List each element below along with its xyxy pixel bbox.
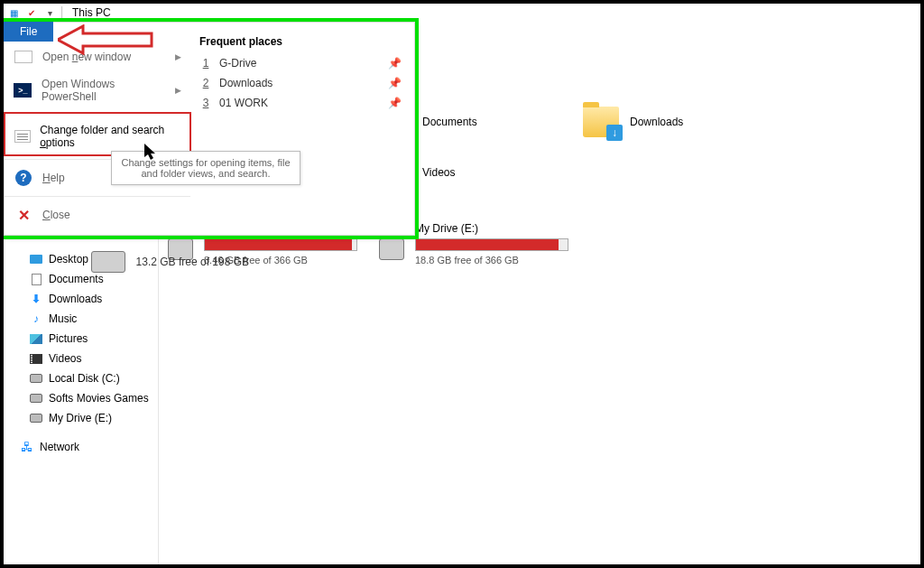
folder-icon	[583, 107, 619, 137]
folder-label: Documents	[422, 116, 477, 128]
tree-item-local-disk-c[interactable]: Local Disk (C:)	[4, 368, 158, 388]
frequent-label: Downloads	[219, 77, 273, 89]
frequent-index: 1	[199, 57, 212, 70]
drive-free-text: 13.2 GB free of 198 GB	[136, 256, 249, 268]
title-bar: ▦ ✔ ▾ │ This PC	[4, 4, 920, 22]
help-icon: ?	[14, 170, 33, 186]
tree-label: Softs Movies Games	[49, 392, 149, 405]
drive-free-text: 18.8 GB free of 366 GB	[415, 255, 568, 265]
tree-label: Local Disk (C:)	[49, 372, 120, 385]
window-title: This PC	[72, 6, 111, 19]
drive-usage-bar	[415, 238, 568, 251]
tree-item-videos[interactable]: Videos	[4, 349, 158, 368]
tree-item-downloads[interactable]: ⬇ Downloads	[4, 289, 158, 309]
tree-label: Pictures	[49, 332, 88, 345]
frequent-label: 01 WORK	[219, 97, 268, 109]
menu-label: Open new window	[42, 51, 131, 63]
options-icon	[14, 128, 31, 144]
file-menu-commands: Open new window ▶ >_ Open Windows PowerS…	[5, 23, 190, 235]
menu-label: Open Windows PowerShell	[42, 78, 166, 103]
frequent-item[interactable]: 1 G-Drive 📌	[196, 53, 405, 73]
document-icon	[29, 272, 43, 286]
tree-item-drive-e[interactable]: My Drive (E:)	[4, 408, 158, 428]
folder-label: Downloads	[630, 116, 683, 128]
file-tab[interactable]: File	[4, 22, 53, 42]
frequent-item[interactable]: 3 01 WORK 📌	[196, 93, 405, 113]
download-icon: ⬇	[29, 292, 43, 306]
network-icon: 🖧	[20, 440, 34, 454]
pin-icon[interactable]: 📌	[388, 57, 402, 70]
drive-name: My Drive (E:)	[415, 222, 568, 235]
tree-item-pictures[interactable]: Pictures	[4, 329, 158, 349]
pictures-icon	[29, 331, 43, 346]
tree-label: Documents	[49, 273, 104, 285]
tree-label: Network	[40, 441, 79, 453]
tree-item-drive-d[interactable]: Softs Movies Games	[4, 388, 158, 408]
frequent-index: 3	[199, 97, 212, 109]
quick-access-toolbar: ▦ ✔ ▾ │	[4, 5, 65, 20]
tree-item-network[interactable]: 🖧 Network	[4, 437, 158, 457]
videos-icon	[29, 351, 43, 366]
tree-label: My Drive (E:)	[49, 412, 112, 424]
menu-open-powershell[interactable]: >_ Open Windows PowerShell ▶	[5, 71, 190, 109]
disk-icon	[29, 391, 43, 405]
menu-label: Help	[42, 172, 65, 184]
drive-c-partial[interactable]: 13.2 GB free of 198 GB	[14, 251, 249, 273]
menu-open-new-window[interactable]: Open new window ▶	[5, 42, 190, 71]
file-menu-frequent: Frequent places 1 G-Drive 📌 2 Downloads …	[190, 23, 414, 235]
menu-label: Close	[42, 209, 70, 221]
qat-properties-icon[interactable]: ▦	[5, 5, 22, 20]
menu-label: Change folder and search options	[40, 124, 181, 149]
pin-icon[interactable]: 📌	[388, 77, 402, 89]
music-icon: ♪	[29, 312, 43, 326]
tree-label: Downloads	[49, 293, 102, 305]
tree-item-music[interactable]: ♪ Music	[4, 309, 158, 329]
disk-icon	[29, 411, 43, 425]
close-icon: ✕	[14, 207, 33, 223]
frequent-label: G-Drive	[219, 57, 256, 70]
drive-usage-bar	[204, 238, 357, 251]
drive-icon	[379, 238, 404, 260]
tooltip: Change settings for opening items, file …	[111, 151, 300, 185]
pin-icon[interactable]: 📌	[388, 97, 402, 109]
new-window-icon	[14, 49, 33, 65]
qat-separator: │	[60, 5, 65, 20]
tree-label: Music	[49, 312, 77, 325]
drive-icon	[91, 251, 125, 273]
qat-checkmark-icon[interactable]: ✔	[23, 5, 40, 20]
folder-label: Videos	[422, 166, 455, 179]
chevron-right-icon: ▶	[175, 52, 181, 61]
powershell-icon: >_	[14, 82, 32, 98]
chevron-right-icon: ▶	[175, 86, 181, 95]
ribbon: File	[4, 22, 920, 42]
folder-downloads[interactable]: Downloads	[583, 107, 790, 137]
frequent-item[interactable]: 2 Downloads 📌	[196, 73, 405, 93]
disk-icon	[29, 371, 43, 386]
frequent-index: 2	[199, 77, 212, 89]
menu-change-folder-options[interactable]: Change folder and search options	[5, 113, 190, 155]
tree-label: Videos	[49, 352, 81, 365]
qat-dropdown-icon[interactable]: ▾	[42, 5, 58, 20]
file-menu-dropdown: Open new window ▶ >_ Open Windows PowerS…	[4, 22, 415, 236]
menu-close[interactable]: ✕ Close	[5, 196, 190, 229]
